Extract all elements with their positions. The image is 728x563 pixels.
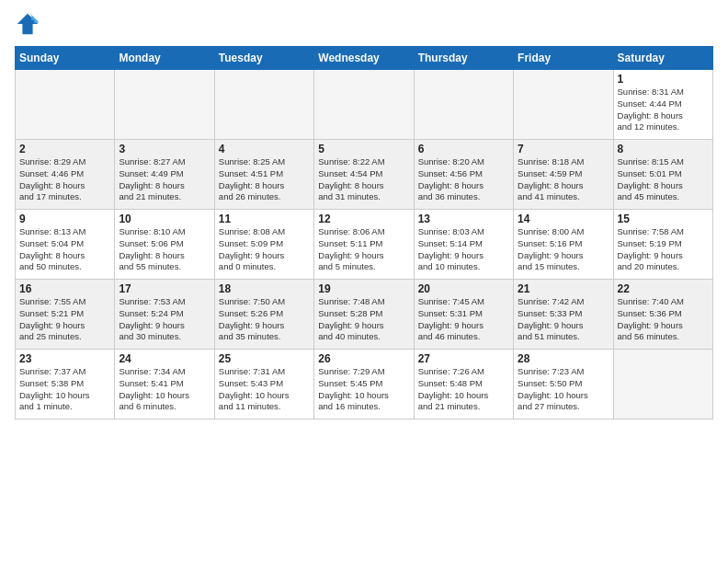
calendar-cell: 17Sunrise: 7:53 AM Sunset: 5:24 PM Dayli… [115, 280, 214, 350]
day-info: Sunrise: 7:55 AM Sunset: 5:21 PM Dayligh… [19, 296, 110, 343]
day-number: 3 [119, 143, 210, 155]
day-info: Sunrise: 7:37 AM Sunset: 5:38 PM Dayligh… [19, 366, 110, 413]
calendar-cell [613, 350, 712, 419]
day-number: 15 [618, 213, 709, 225]
day-number: 18 [219, 282, 310, 295]
day-number: 6 [418, 143, 509, 155]
weekday-header-row: SundayMondayTuesdayWednesdayThursdayFrid… [16, 47, 713, 70]
day-number: 14 [518, 213, 609, 225]
day-number: 5 [318, 143, 409, 155]
day-number: 28 [518, 352, 609, 365]
day-number: 12 [318, 213, 409, 225]
svg-marker-0 [17, 14, 38, 34]
calendar-cell [16, 70, 115, 140]
calendar-cell: 8Sunrise: 8:15 AM Sunset: 5:01 PM Daylig… [613, 140, 712, 210]
calendar-cell [414, 70, 513, 140]
day-info: Sunrise: 8:00 AM Sunset: 5:16 PM Dayligh… [518, 226, 609, 273]
weekday-header-saturday: Saturday [613, 47, 712, 70]
day-info: Sunrise: 7:45 AM Sunset: 5:31 PM Dayligh… [418, 296, 509, 343]
day-number: 24 [119, 352, 210, 365]
logo [15, 11, 44, 37]
calendar-cell: 24Sunrise: 7:34 AM Sunset: 5:41 PM Dayli… [115, 350, 214, 419]
day-info: Sunrise: 7:42 AM Sunset: 5:33 PM Dayligh… [518, 296, 609, 343]
logo-icon [15, 11, 40, 37]
day-info: Sunrise: 7:29 AM Sunset: 5:45 PM Dayligh… [318, 366, 409, 413]
week-row-3: 9Sunrise: 8:13 AM Sunset: 5:04 PM Daylig… [16, 210, 713, 280]
day-number: 23 [19, 352, 110, 365]
calendar-cell: 2Sunrise: 8:29 AM Sunset: 4:46 PM Daylig… [16, 140, 115, 210]
calendar-cell: 27Sunrise: 7:26 AM Sunset: 5:48 PM Dayli… [414, 350, 513, 419]
calendar-cell: 25Sunrise: 7:31 AM Sunset: 5:43 PM Dayli… [214, 350, 313, 419]
day-number: 2 [19, 143, 110, 155]
calendar-cell [115, 70, 214, 140]
calendar-cell: 13Sunrise: 8:03 AM Sunset: 5:14 PM Dayli… [414, 210, 513, 280]
calendar-cell: 10Sunrise: 8:10 AM Sunset: 5:06 PM Dayli… [115, 210, 214, 280]
calendar-cell: 21Sunrise: 7:42 AM Sunset: 5:33 PM Dayli… [514, 280, 613, 350]
week-row-1: 1Sunrise: 8:31 AM Sunset: 4:44 PM Daylig… [16, 70, 713, 140]
calendar-cell: 23Sunrise: 7:37 AM Sunset: 5:38 PM Dayli… [16, 350, 115, 419]
calendar-cell: 20Sunrise: 7:45 AM Sunset: 5:31 PM Dayli… [414, 280, 513, 350]
calendar-cell: 11Sunrise: 8:08 AM Sunset: 5:09 PM Dayli… [214, 210, 313, 280]
day-info: Sunrise: 8:31 AM Sunset: 4:44 PM Dayligh… [618, 86, 709, 133]
calendar-cell [214, 70, 313, 140]
calendar-cell: 19Sunrise: 7:48 AM Sunset: 5:28 PM Dayli… [314, 280, 414, 350]
day-info: Sunrise: 7:34 AM Sunset: 5:41 PM Dayligh… [119, 366, 210, 413]
calendar-cell: 16Sunrise: 7:55 AM Sunset: 5:21 PM Dayli… [16, 280, 115, 350]
day-number: 19 [318, 282, 409, 295]
day-number: 10 [119, 213, 210, 225]
calendar-cell [314, 70, 414, 140]
calendar-cell: 22Sunrise: 7:40 AM Sunset: 5:36 PM Dayli… [613, 280, 712, 350]
week-row-4: 16Sunrise: 7:55 AM Sunset: 5:21 PM Dayli… [16, 280, 713, 350]
calendar-cell [514, 70, 613, 140]
day-info: Sunrise: 8:18 AM Sunset: 4:59 PM Dayligh… [518, 156, 609, 203]
day-info: Sunrise: 8:20 AM Sunset: 4:56 PM Dayligh… [418, 156, 509, 203]
day-number: 7 [518, 143, 609, 155]
weekday-header-wednesday: Wednesday [314, 47, 414, 70]
calendar-cell: 5Sunrise: 8:22 AM Sunset: 4:54 PM Daylig… [314, 140, 414, 210]
week-row-5: 23Sunrise: 7:37 AM Sunset: 5:38 PM Dayli… [16, 350, 713, 419]
day-number: 1 [618, 73, 709, 86]
day-info: Sunrise: 8:10 AM Sunset: 5:06 PM Dayligh… [119, 226, 210, 273]
day-info: Sunrise: 8:29 AM Sunset: 4:46 PM Dayligh… [19, 156, 110, 203]
weekday-header-tuesday: Tuesday [214, 47, 313, 70]
calendar-cell: 18Sunrise: 7:50 AM Sunset: 5:26 PM Dayli… [214, 280, 313, 350]
calendar-cell: 1Sunrise: 8:31 AM Sunset: 4:44 PM Daylig… [613, 70, 712, 140]
day-number: 27 [418, 352, 509, 365]
calendar-cell: 6Sunrise: 8:20 AM Sunset: 4:56 PM Daylig… [414, 140, 513, 210]
calendar-cell: 15Sunrise: 7:58 AM Sunset: 5:19 PM Dayli… [613, 210, 712, 280]
page: SundayMondayTuesdayWednesdayThursdayFrid… [0, 0, 728, 563]
day-number: 4 [219, 143, 310, 155]
day-info: Sunrise: 8:03 AM Sunset: 5:14 PM Dayligh… [418, 226, 509, 273]
day-number: 11 [219, 213, 310, 225]
day-number: 9 [19, 213, 110, 225]
calendar-cell: 7Sunrise: 8:18 AM Sunset: 4:59 PM Daylig… [514, 140, 613, 210]
day-number: 8 [618, 143, 709, 155]
day-info: Sunrise: 7:26 AM Sunset: 5:48 PM Dayligh… [418, 366, 509, 413]
weekday-header-friday: Friday [514, 47, 613, 70]
day-info: Sunrise: 8:22 AM Sunset: 4:54 PM Dayligh… [318, 156, 409, 203]
calendar-cell: 9Sunrise: 8:13 AM Sunset: 5:04 PM Daylig… [16, 210, 115, 280]
day-info: Sunrise: 7:50 AM Sunset: 5:26 PM Dayligh… [219, 296, 310, 343]
day-number: 22 [618, 282, 709, 295]
day-info: Sunrise: 8:13 AM Sunset: 5:04 PM Dayligh… [19, 226, 110, 273]
day-info: Sunrise: 7:58 AM Sunset: 5:19 PM Dayligh… [618, 226, 709, 273]
day-info: Sunrise: 8:27 AM Sunset: 4:49 PM Dayligh… [119, 156, 210, 203]
calendar-table: SundayMondayTuesdayWednesdayThursdayFrid… [15, 46, 713, 419]
calendar-cell: 3Sunrise: 8:27 AM Sunset: 4:49 PM Daylig… [115, 140, 214, 210]
day-info: Sunrise: 8:15 AM Sunset: 5:01 PM Dayligh… [618, 156, 709, 203]
day-number: 21 [518, 282, 609, 295]
weekday-header-thursday: Thursday [414, 47, 513, 70]
calendar-cell: 12Sunrise: 8:06 AM Sunset: 5:11 PM Dayli… [314, 210, 414, 280]
day-info: Sunrise: 7:31 AM Sunset: 5:43 PM Dayligh… [219, 366, 310, 413]
day-info: Sunrise: 8:25 AM Sunset: 4:51 PM Dayligh… [219, 156, 310, 203]
week-row-2: 2Sunrise: 8:29 AM Sunset: 4:46 PM Daylig… [16, 140, 713, 210]
day-info: Sunrise: 7:48 AM Sunset: 5:28 PM Dayligh… [318, 296, 409, 343]
day-number: 17 [119, 282, 210, 295]
day-info: Sunrise: 7:23 AM Sunset: 5:50 PM Dayligh… [518, 366, 609, 413]
calendar-cell: 26Sunrise: 7:29 AM Sunset: 5:45 PM Dayli… [314, 350, 414, 419]
calendar-cell: 14Sunrise: 8:00 AM Sunset: 5:16 PM Dayli… [514, 210, 613, 280]
day-info: Sunrise: 7:40 AM Sunset: 5:36 PM Dayligh… [618, 296, 709, 343]
weekday-header-sunday: Sunday [16, 47, 115, 70]
calendar-cell: 28Sunrise: 7:23 AM Sunset: 5:50 PM Dayli… [514, 350, 613, 419]
header [15, 11, 713, 37]
